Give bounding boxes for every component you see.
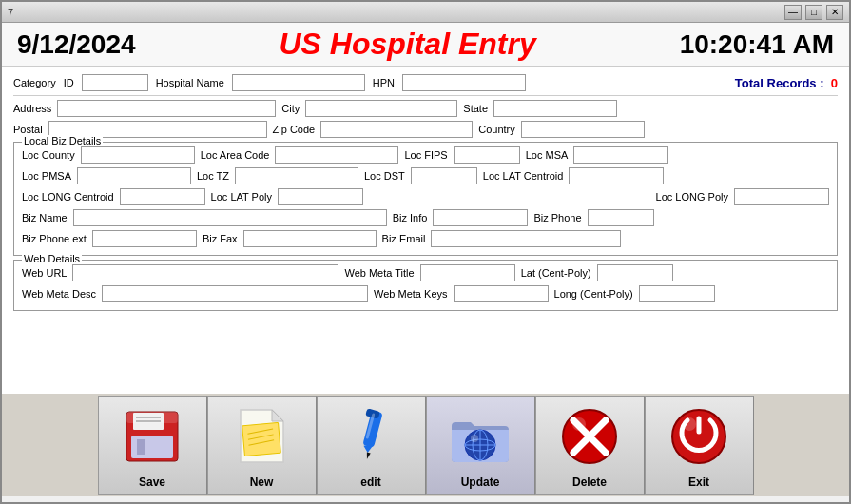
loc-area-code-label: Loc Area Code: [201, 149, 270, 161]
state-input[interactable]: [493, 100, 617, 117]
total-records-label: Total Records :: [735, 76, 824, 90]
delete-label: Delete: [572, 475, 607, 489]
svg-rect-6: [137, 439, 145, 455]
id-label: ID: [64, 77, 74, 88]
zipcode-input[interactable]: [320, 121, 473, 138]
loc-lat-poly-input[interactable]: [278, 188, 363, 205]
long-centpoly-input[interactable]: [639, 285, 715, 302]
biz-phone-label: Biz Phone: [533, 212, 581, 223]
close-button[interactable]: ✕: [826, 5, 843, 20]
delete-icon-container: [556, 403, 623, 470]
delete-button[interactable]: Delete: [535, 396, 645, 495]
biz-row-5: Biz Phone ext Biz Fax Biz Email: [22, 230, 829, 247]
loc-tz-input[interactable]: [235, 167, 358, 184]
save-label: Save: [139, 475, 165, 489]
update-button[interactable]: Update: [426, 396, 535, 495]
biz-fax-label: Biz Fax: [203, 233, 238, 244]
edit-button[interactable]: edit: [317, 396, 426, 495]
web-meta-title-input[interactable]: [420, 264, 515, 281]
maximize-button[interactable]: □: [805, 5, 822, 20]
edit-label: edit: [360, 475, 380, 489]
svg-marker-9: [272, 410, 283, 421]
bottom-toolbar: Save New: [2, 392, 849, 496]
biz-phone-ext-input[interactable]: [92, 230, 197, 247]
biz-name-label: Biz Name: [22, 212, 68, 223]
exit-icon-container: [666, 403, 732, 470]
exit-button[interactable]: Exit: [645, 396, 754, 495]
update-icon-container: [447, 403, 513, 470]
minimize-button[interactable]: —: [784, 5, 802, 20]
loc-area-code-input[interactable]: [275, 146, 398, 164]
title-bar: 7 — □ ✕: [2, 2, 849, 23]
biz-fax-input[interactable]: [243, 230, 377, 247]
web-meta-desc-input[interactable]: [102, 285, 368, 302]
city-label: City: [281, 103, 300, 114]
biz-row-3: Loc LONG Centroid Loc LAT Poly Loc LONG …: [22, 188, 829, 205]
biz-row-4: Biz Name Biz Info Biz Phone: [22, 209, 829, 226]
loc-lat-centroid-input[interactable]: [569, 167, 664, 184]
postal-row: Postal Zip Code Country: [13, 121, 838, 138]
save-button[interactable]: Save: [98, 396, 207, 495]
category-label: Category: [13, 77, 56, 88]
hospital-name-label: Hospital Name: [156, 77, 224, 88]
category-row: Category ID Hospital Name HPN Total Reco…: [13, 72, 838, 91]
loc-pmsa-input[interactable]: [77, 167, 191, 184]
save-icon: [124, 409, 181, 464]
biz-info-input[interactable]: [433, 209, 528, 226]
biz-details-group: Local Biz Details Loc County Loc Area Co…: [13, 142, 838, 256]
loc-lat-centroid-label: Loc LAT Centroid: [483, 170, 564, 182]
id-input[interactable]: [82, 74, 148, 91]
loc-dst-label: Loc DST: [364, 170, 405, 182]
hospital-name-input[interactable]: [232, 74, 365, 91]
loc-long-poly-label: Loc LONG Poly: [656, 191, 728, 203]
total-records-value: 0: [831, 76, 838, 90]
svg-marker-20: [365, 452, 371, 459]
hpn-input[interactable]: [402, 74, 526, 91]
total-records: Total Records : 0: [735, 76, 838, 90]
web-url-label: Web URL: [22, 267, 67, 279]
loc-long-centroid-input[interactable]: [120, 188, 205, 205]
web-group-title: Web Details: [22, 253, 82, 264]
web-meta-title-label: Web Meta Title: [344, 267, 414, 279]
main-content: Category ID Hospital Name HPN Total Reco…: [2, 67, 849, 392]
new-button[interactable]: New: [207, 396, 317, 495]
biz-name-input[interactable]: [73, 209, 387, 226]
update-icon: [448, 407, 513, 466]
web-meta-keys-input[interactable]: [454, 285, 549, 302]
lat-centpoly-input[interactable]: [597, 264, 673, 281]
web-url-input[interactable]: [72, 264, 338, 281]
long-centpoly-label: Long (Cent-Poly): [554, 288, 633, 300]
svg-point-28: [471, 435, 478, 442]
loc-county-input[interactable]: [81, 146, 195, 164]
loc-long-centroid-label: Loc LONG Centroid: [22, 191, 114, 203]
web-meta-keys-label: Web Meta Keys: [374, 288, 447, 300]
web-row-1: Web URL Web Meta Title Lat (Cent-Poly): [22, 264, 829, 281]
loc-lat-poly-label: Loc LAT Poly: [211, 191, 272, 203]
country-input[interactable]: [521, 121, 645, 138]
exit-label: Exit: [688, 475, 709, 489]
loc-msa-label: Loc MSA: [526, 149, 569, 161]
postal-label: Postal: [13, 124, 43, 135]
city-input[interactable]: [305, 100, 457, 117]
biz-phone-input[interactable]: [588, 209, 654, 226]
loc-tz-label: Loc TZ: [197, 170, 229, 182]
header: 9/12/2024 US Hospital Entry 10:20:41 AM: [2, 23, 849, 67]
address-input[interactable]: [57, 100, 276, 117]
loc-county-label: Loc County: [22, 149, 75, 161]
loc-long-poly-input[interactable]: [734, 188, 829, 205]
loc-dst-input[interactable]: [411, 167, 477, 184]
header-title: US Hospital Entry: [279, 27, 535, 62]
loc-fips-input[interactable]: [454, 146, 520, 164]
svg-rect-14: [242, 422, 280, 456]
biz-info-label: Biz Info: [393, 212, 428, 223]
loc-msa-input[interactable]: [573, 146, 668, 164]
biz-email-input[interactable]: [431, 230, 621, 247]
address-row: Address City State: [13, 100, 838, 117]
web-row-2: Web Meta Desc Web Meta Keys Long (Cent-P…: [22, 285, 829, 302]
new-icon: [236, 405, 288, 467]
exit-icon: [669, 407, 728, 466]
edit-icon: [342, 407, 399, 466]
web-details-group: Web Details Web URL Web Meta Title Lat (…: [13, 260, 838, 311]
hpn-label: HPN: [373, 77, 395, 88]
update-label: Update: [461, 475, 500, 489]
